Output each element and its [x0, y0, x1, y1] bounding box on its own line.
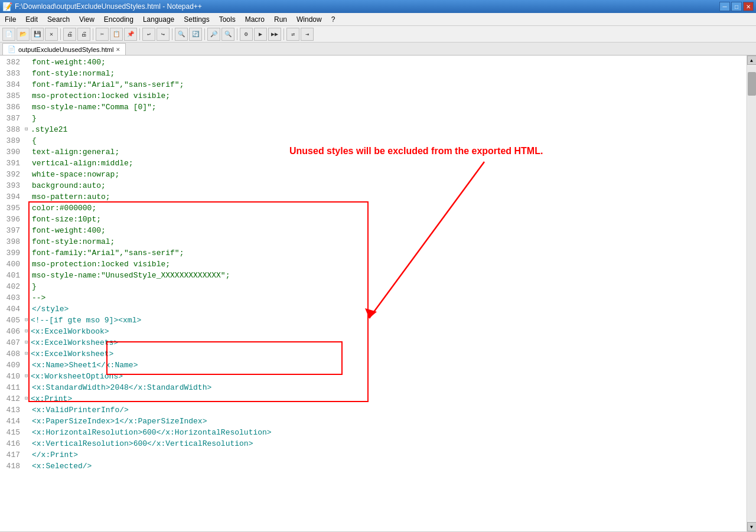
scroll-up-arrow[interactable]: ▲: [747, 56, 757, 65]
code-line: 413 <x:ValidPrinterInfo/>: [4, 404, 747, 416]
menu-run[interactable]: Run: [269, 13, 292, 25]
toolbar: 📄 📂 💾 ✕ 🖨 🖨 ✂ 📋 📌 ↩ ↪ 🔍 🔄 🔎 🔍 ⚙ ▶ ▶▶ ⇌ ⇥: [0, 26, 756, 43]
menu-search[interactable]: Search: [43, 13, 74, 25]
title-bar: 📝 F:\Download\outputExcludeUnusedStyles.…: [0, 0, 756, 13]
code-line: 415 <x:HorizontalResolution>600</x:Horiz…: [4, 427, 747, 438]
line-content: font-size:10pt;: [32, 214, 101, 225]
line-number: 416: [4, 438, 25, 449]
line-number: 397: [4, 225, 25, 236]
code-line: 409 <x:Name>Sheet1</x:Name>: [4, 360, 747, 371]
print-now-button[interactable]: 🖨: [77, 28, 90, 41]
minimize-button[interactable]: ─: [719, 2, 730, 11]
line-content: <x:ValidPrinterInfo/>: [32, 404, 129, 416]
code-line: 416 <x:VerticalResolution>600</x:Vertica…: [4, 438, 747, 449]
redo-button[interactable]: ↪: [157, 28, 170, 41]
line-number: 394: [4, 191, 25, 203]
fold-icon[interactable]: ⊟: [25, 337, 31, 348]
close-file-button[interactable]: ✕: [45, 28, 58, 41]
line-number: 409: [4, 360, 25, 371]
menu-file[interactable]: File: [0, 13, 21, 25]
code-line: 393 background:auto;: [4, 180, 747, 191]
line-content: <x:PaperSizeIndex>1</x:PaperSizeIndex>: [32, 416, 207, 427]
indent-btn[interactable]: ⇥: [301, 28, 314, 41]
menu-view[interactable]: View: [74, 13, 99, 25]
menu-help[interactable]: ?: [327, 13, 340, 25]
title-bar-left: 📝 F:\Download\outputExcludeUnusedStyles.…: [2, 2, 202, 11]
menu-encoding[interactable]: Encoding: [99, 13, 138, 25]
line-number: 403: [4, 292, 25, 303]
zoom-out-button[interactable]: 🔍: [221, 28, 234, 41]
line-number: 398: [4, 236, 25, 247]
code-line: 407⊟ <x:ExcelWorksheets>: [4, 337, 747, 348]
tab-close-button[interactable]: ✕: [116, 47, 120, 53]
menu-edit[interactable]: Edit: [21, 13, 43, 25]
line-content: color:#000000;: [32, 203, 96, 214]
copy-button[interactable]: 📋: [110, 28, 123, 41]
code-line: 414 <x:PaperSizeIndex>1</x:PaperSizeInde…: [4, 416, 747, 427]
macro-btn[interactable]: ⚙: [240, 28, 253, 41]
cut-button[interactable]: ✂: [96, 28, 109, 41]
fold-icon[interactable]: ⊟: [25, 371, 31, 382]
active-tab[interactable]: 📄 outputExcludeUnusedStyles.html ✕: [2, 43, 126, 55]
menu-macro[interactable]: Macro: [240, 13, 269, 25]
vertical-scrollbar[interactable]: ▲ ▼: [747, 56, 756, 531]
line-number: 405: [4, 315, 25, 326]
code-line: 395 color:#000000;: [4, 203, 747, 214]
line-number: 417: [4, 449, 25, 461]
scroll-track[interactable]: [748, 66, 756, 521]
run-macro-btn[interactable]: ▶: [254, 28, 267, 41]
line-content: }: [32, 113, 37, 124]
maximize-button[interactable]: □: [731, 2, 742, 11]
menu-language[interactable]: Language: [138, 13, 179, 25]
fold-icon[interactable]: ⊟: [25, 326, 31, 337]
line-number: 387: [4, 113, 25, 124]
toolbar-sep-7: [284, 28, 284, 40]
code-line: 400 mso-protection:locked visible;: [4, 259, 747, 270]
code-line: 405⊟<!--[if gte mso 9]><xml>: [4, 315, 747, 326]
line-content: text-align:general;: [32, 146, 119, 158]
title-bar-controls[interactable]: ─ □ ✕: [719, 2, 754, 11]
new-button[interactable]: 📄: [2, 28, 15, 41]
save-button[interactable]: 💾: [31, 28, 44, 41]
line-content: mso-style-name:"Comma [0]";: [32, 102, 157, 113]
code-content[interactable]: 382 font-weight:400;383 font-style:norma…: [0, 56, 747, 531]
fold-icon[interactable]: ⊟: [25, 348, 31, 360]
run-macro-mult-btn[interactable]: ▶▶: [268, 28, 281, 41]
wrap-btn[interactable]: ⇌: [286, 28, 299, 41]
menu-window[interactable]: Window: [292, 13, 327, 25]
fold-icon[interactable]: ⊟: [25, 315, 31, 326]
paste-button[interactable]: 📌: [124, 28, 137, 41]
menu-tools[interactable]: Tools: [214, 13, 240, 25]
code-line: 411 <x:StandardWidth>2048</x:StandardWid…: [4, 382, 747, 393]
toolbar-sep-3: [139, 28, 140, 40]
line-content: font-family:"Arial","sans-serif";: [32, 247, 184, 259]
replace-button[interactable]: 🔄: [189, 28, 202, 41]
fold-icon[interactable]: ⊟: [25, 124, 31, 135]
editor-area: 382 font-weight:400;383 font-style:norma…: [0, 56, 756, 531]
close-button[interactable]: ✕: [743, 2, 754, 11]
line-number: 395: [4, 203, 25, 214]
zoom-in-button[interactable]: 🔎: [207, 28, 220, 41]
line-number: 392: [4, 169, 25, 180]
line-number: 415: [4, 427, 25, 438]
scroll-thumb[interactable]: [748, 72, 756, 96]
menu-settings[interactable]: Settings: [179, 13, 214, 25]
toolbar-sep-4: [172, 28, 172, 40]
line-content: <x:ExcelWorksheet>: [31, 348, 113, 360]
line-number: 390: [4, 146, 25, 158]
fold-icon[interactable]: ⊟: [25, 393, 31, 404]
line-content: <x:ExcelWorkbook>: [31, 326, 109, 337]
find-button[interactable]: 🔍: [175, 28, 188, 41]
open-button[interactable]: 📂: [17, 28, 30, 41]
line-number: 386: [4, 102, 25, 113]
line-number: 400: [4, 259, 25, 270]
print-button[interactable]: 🖨: [63, 28, 76, 41]
scroll-down-arrow[interactable]: ▼: [747, 522, 757, 531]
line-content: white-space:nowrap;: [32, 169, 119, 180]
window-title: F:\Download\outputExcludeUnusedStyles.ht…: [15, 2, 202, 11]
code-line: 406⊟ <x:ExcelWorkbook>: [4, 326, 747, 337]
line-number: 389: [4, 135, 25, 146]
line-number: 408: [4, 348, 25, 360]
undo-button[interactable]: ↩: [142, 28, 155, 41]
line-content: </style>: [32, 303, 69, 315]
